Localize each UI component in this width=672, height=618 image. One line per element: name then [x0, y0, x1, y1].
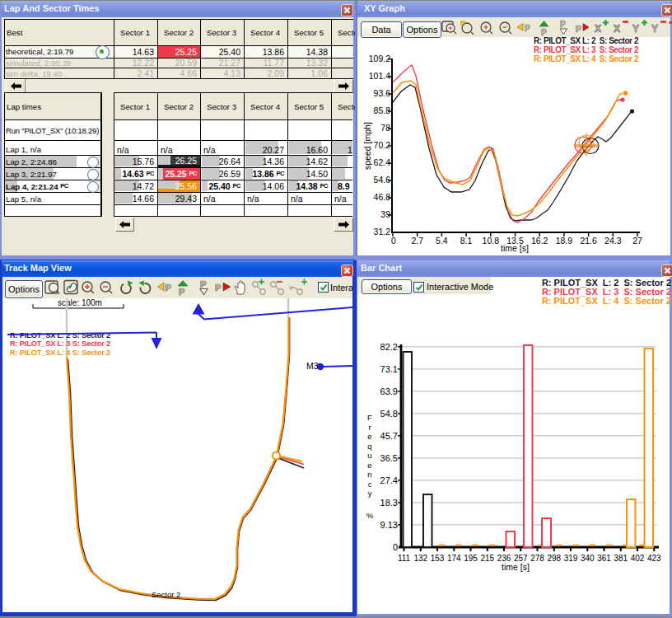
svg-text:u: u: [367, 451, 371, 460]
svg-text:X: X: [614, 23, 620, 35]
svg-text:381: 381: [614, 554, 628, 563]
svg-text:%: %: [366, 511, 374, 520]
svg-text:45.7: 45.7: [380, 431, 398, 441]
svg-text:P: P: [166, 283, 171, 293]
svg-text:5.4: 5.4: [436, 236, 448, 246]
svg-text:36.5: 36.5: [380, 453, 398, 463]
svg-text:16.2: 16.2: [531, 236, 548, 246]
svg-text:Sector 2: Sector 2: [152, 590, 180, 599]
svg-text:R: PILOT_SX L: 3 S: Sector 2: R: PILOT_SX L: 3 S: Sector 2: [10, 339, 110, 348]
svg-text:2.7: 2.7: [411, 236, 423, 246]
svg-text:278: 278: [530, 554, 544, 563]
svg-text:63.9: 63.9: [380, 386, 398, 396]
svg-text:time [s]: time [s]: [501, 243, 529, 253]
svg-text:21.6: 21.6: [580, 236, 597, 246]
svg-text:340: 340: [581, 554, 595, 563]
svg-text:18.3: 18.3: [380, 498, 398, 508]
svg-text:10.8: 10.8: [483, 236, 500, 246]
svg-text:24.3: 24.3: [604, 236, 622, 246]
svg-text:P: P: [200, 279, 206, 289]
svg-text:82.2: 82.2: [380, 342, 398, 352]
svg-text:P: P: [179, 287, 184, 297]
svg-text:402: 402: [631, 554, 645, 563]
svg-text:39: 39: [380, 209, 390, 219]
svg-text:101.4: 101.4: [369, 71, 390, 81]
svg-text:215: 215: [480, 554, 494, 563]
svg-text:9.13: 9.13: [380, 520, 398, 530]
svg-text:73.1: 73.1: [380, 364, 398, 374]
svg-text:85.8: 85.8: [374, 105, 391, 115]
svg-text:P: P: [560, 20, 566, 29]
svg-text:54.8: 54.8: [380, 409, 398, 419]
svg-text:78: 78: [380, 123, 390, 133]
svg-text:174: 174: [447, 554, 461, 563]
svg-text:0: 0: [393, 542, 398, 552]
svg-text:scale: 100m: scale: 100m: [58, 298, 102, 307]
svg-text:319: 319: [564, 554, 578, 563]
svg-text:R: R: [460, 19, 466, 27]
svg-text:361: 361: [597, 554, 611, 563]
svg-text:X: X: [595, 23, 601, 35]
svg-text:P: P: [525, 24, 530, 33]
svg-text:46.8: 46.8: [374, 192, 391, 202]
svg-text:31.2: 31.2: [374, 227, 391, 236]
svg-text:54.6: 54.6: [374, 175, 391, 185]
svg-text:c: c: [368, 480, 372, 489]
svg-text:132: 132: [413, 554, 427, 563]
svg-text:423: 423: [647, 554, 661, 563]
svg-text:e: e: [367, 461, 371, 470]
svg-text:M3: M3: [306, 361, 319, 371]
svg-text:P: P: [215, 283, 221, 293]
svg-text:27: 27: [632, 236, 642, 246]
svg-text:298: 298: [547, 554, 561, 563]
svg-text:93.6: 93.6: [374, 88, 391, 98]
svg-text:r: r: [368, 423, 371, 432]
svg-text:70.2: 70.2: [374, 140, 391, 150]
svg-text:18.9: 18.9: [556, 236, 573, 246]
svg-text:Y: Y: [651, 23, 658, 35]
svg-text:e: e: [367, 432, 371, 441]
svg-text:n: n: [367, 470, 371, 479]
svg-text:Y: Y: [632, 23, 639, 35]
svg-text:speed [mph]: speed [mph]: [362, 122, 372, 170]
svg-text:P: P: [576, 25, 581, 34]
svg-text:R: PILOT_SX L: 4 S: Sector 2: R: PILOT_SX L: 4 S: Sector 2: [10, 349, 110, 357]
svg-text:F: F: [367, 413, 372, 422]
svg-text:27.4: 27.4: [380, 475, 398, 485]
svg-text:time [s]: time [s]: [502, 562, 530, 572]
svg-text:195: 195: [464, 554, 478, 563]
svg-text:62.4: 62.4: [374, 157, 391, 167]
svg-text:153: 153: [431, 554, 445, 563]
svg-text:y: y: [368, 489, 372, 498]
svg-text:q: q: [367, 442, 371, 451]
svg-text:8.1: 8.1: [460, 236, 473, 246]
svg-text:0: 0: [391, 236, 396, 246]
svg-text:P: P: [541, 28, 547, 37]
svg-text:111: 111: [398, 554, 411, 563]
svg-text:109.2: 109.2: [369, 54, 390, 63]
